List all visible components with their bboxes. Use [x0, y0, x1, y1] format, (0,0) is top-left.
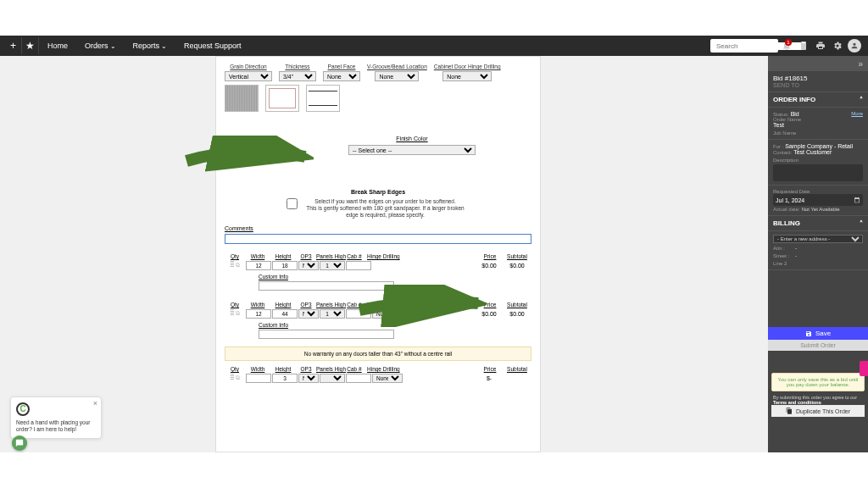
duplicate-order-button[interactable]: Duplicate This Order	[771, 405, 865, 417]
vgroove-select[interactable]: None	[375, 71, 419, 81]
width-input[interactable]	[246, 309, 271, 319]
user-avatar[interactable]	[846, 37, 863, 54]
save-icon	[805, 330, 812, 337]
finish-color-label: Finish Color	[292, 136, 531, 141]
grain-direction-select[interactable]: Vertical	[225, 71, 272, 81]
line-price: $0.00	[476, 311, 502, 317]
balance-notice: You can only save this as a bid until yo…	[771, 373, 865, 391]
width-input[interactable]	[246, 374, 271, 383]
nav-reports[interactable]: Reports	[125, 42, 176, 50]
col-panels: Panels High	[316, 253, 342, 259]
col-width: Width	[245, 253, 270, 259]
more-link[interactable]: More	[851, 111, 863, 116]
break-edges-check-label: Select if you want the edges on your ord…	[314, 198, 456, 204]
order-side-panel: Bid #18615 SEND TO ORDER INFO˄ Status: B…	[768, 71, 868, 452]
order-info-header[interactable]: ORDER INFO˄	[768, 92, 868, 108]
feedback-tab[interactable]	[860, 361, 868, 376]
panel-face-select[interactable]: None	[323, 71, 360, 81]
thickness-preview-swatch	[265, 85, 299, 112]
op3-select[interactable]: N	[298, 309, 319, 319]
finish-color-select[interactable]: -- Select one --	[348, 145, 476, 155]
col-qty: Qty	[225, 253, 245, 259]
add-button[interactable]: +	[5, 37, 22, 54]
col-cab: Cab #	[342, 253, 367, 259]
calendar-icon	[854, 197, 860, 203]
drag-handle-icon[interactable]: ≣ ⧉	[225, 310, 245, 317]
description-label: Description	[773, 158, 863, 163]
print-icon[interactable]	[812, 37, 829, 54]
company-logo-icon: C	[16, 402, 30, 416]
col-op3: OP3	[296, 253, 316, 259]
break-edges-desc: This is gently softened with 180 grit sa…	[306, 205, 464, 218]
panels-select[interactable]: 1	[320, 309, 345, 319]
gear-icon[interactable]	[829, 37, 846, 54]
custom-info-input[interactable]	[259, 330, 394, 339]
job-name-label: Job Name	[773, 130, 863, 136]
height-input[interactable]	[272, 261, 298, 270]
door-height-warning: No warranty on any doors taller than 43"…	[225, 347, 531, 361]
break-edges-title: Break Sharp Edges	[225, 189, 531, 195]
drag-handle-icon[interactable]: ≣ ⧉	[225, 262, 245, 269]
save-button[interactable]: Save	[768, 327, 868, 340]
chevron-up-icon: ˄	[860, 219, 863, 227]
panels-select[interactable]: 1	[320, 261, 345, 270]
line-subtotal: $0.00	[503, 263, 531, 269]
chat-launcher-button[interactable]	[12, 435, 27, 451]
line-price: $0.00	[476, 263, 502, 269]
break-edges-checkbox[interactable]	[287, 198, 298, 209]
hinge-drilling-select[interactable]: None	[442, 71, 492, 81]
line-subtotal: $0.00	[503, 311, 531, 317]
submit-order-button: Submit Order	[768, 340, 868, 351]
width-input[interactable]	[246, 261, 271, 270]
hinge-select[interactable]: None	[372, 374, 403, 383]
col-height: Height	[270, 253, 296, 259]
panel-collapse-strip: »	[768, 56, 868, 71]
requested-date-field[interactable]: Jul 1, 2024	[773, 194, 863, 206]
thickness-select[interactable]: 3/4"	[279, 71, 316, 81]
terms-text: By submitting this order you agree to ou…	[773, 395, 863, 405]
hinge-drilling-label: Cabinet Door Hinge Drilling	[434, 64, 501, 69]
actual-date-value: Not Yet Available	[802, 207, 840, 212]
panels-select[interactable]	[320, 374, 345, 383]
height-input[interactable]	[272, 374, 298, 383]
order-name-value: Test	[773, 122, 863, 128]
favorite-button[interactable]: ★	[22, 37, 39, 54]
line-item-row: ≣ ⧉ N None $-	[225, 374, 531, 383]
col-hinge: Hinge Drilling	[367, 253, 398, 259]
line-item-row: ≣ ⧉ N 1 $0.00 $0.00	[225, 261, 531, 270]
op3-select[interactable]: N	[298, 261, 319, 270]
vgroove-label: V-Groove/Bead Location	[367, 64, 427, 69]
height-input[interactable]	[272, 309, 298, 319]
cab-input[interactable]	[346, 309, 371, 319]
billing-address-select[interactable]: - Enter a new address -	[773, 235, 863, 243]
op3-select[interactable]: N	[298, 374, 319, 383]
drag-handle-icon[interactable]: ≣ ⧉	[225, 374, 245, 381]
status-value: Bid	[791, 111, 799, 117]
grain-direction-label: Grain Direction	[230, 64, 266, 69]
notifications-icon[interactable]: 1	[778, 37, 795, 54]
line-price: $-	[476, 375, 502, 381]
hinge-select[interactable]: None	[372, 309, 403, 319]
description-input[interactable]	[773, 164, 863, 181]
for-value: Sample Company - Retail	[785, 143, 853, 149]
chat-message: Need a hand with placing your order? I a…	[16, 419, 96, 433]
custom-info-input[interactable]	[259, 281, 394, 291]
collapse-panel-icon[interactable]: »	[858, 59, 863, 69]
close-icon[interactable]: ×	[93, 399, 97, 408]
cab-input[interactable]	[346, 261, 371, 270]
top-navbar: + ★ Home Orders Reports Request Support …	[0, 36, 868, 56]
contact-value: Test Customer	[793, 149, 832, 155]
clipboard-icon[interactable]	[795, 37, 812, 54]
chat-popup: × C Need a hand with placing your order?…	[10, 396, 102, 439]
chat-icon	[15, 439, 24, 447]
nav-orders[interactable]: Orders	[76, 42, 125, 50]
line-item-row: ≣ ⧉ N 1 None $0.00 $0.00	[225, 309, 531, 319]
nav-home[interactable]: Home	[39, 42, 76, 50]
col-subtotal: Subtotal	[503, 253, 531, 259]
comments-input[interactable]	[225, 234, 531, 244]
billing-header[interactable]: BILLING˄	[768, 216, 868, 231]
custom-info-label: Custom Info	[259, 274, 531, 280]
search-box[interactable]	[710, 39, 778, 53]
cab-input[interactable]	[346, 374, 371, 383]
nav-request-support[interactable]: Request Support	[175, 42, 250, 50]
